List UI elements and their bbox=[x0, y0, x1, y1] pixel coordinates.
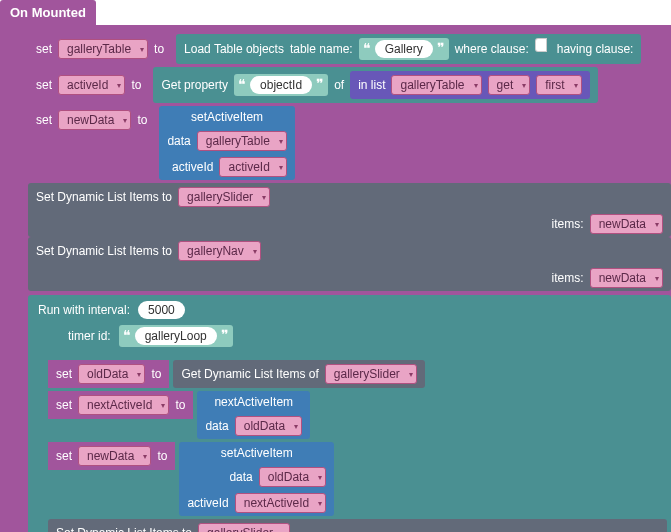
arg-data-value[interactable]: oldData bbox=[259, 467, 326, 487]
arg-data-value[interactable]: galleryTable bbox=[197, 131, 287, 151]
event-body: set galleryTable to Load Table objects t… bbox=[0, 25, 671, 532]
items-label: items: bbox=[552, 217, 584, 231]
block-canvas: On Mounted set galleryTable to Load Tabl… bbox=[0, 0, 671, 532]
set-block[interactable]: set newData to bbox=[48, 442, 175, 470]
set-dynamic-list-block[interactable]: Set Dynamic List Items to gallerySlider … bbox=[28, 183, 671, 237]
dyn-target[interactable]: galleryNav bbox=[178, 241, 261, 261]
get-dyn-label: Get Dynamic List Items of bbox=[181, 367, 318, 381]
get-property-block[interactable]: Get property ❝ objectId ❞ of in list gal… bbox=[153, 67, 597, 103]
quote-open-icon: ❝ bbox=[361, 42, 373, 56]
var-nextActiveId[interactable]: nextActiveId bbox=[78, 395, 169, 415]
arg-data-label: data bbox=[167, 134, 190, 148]
table-name-label: table name: bbox=[290, 42, 353, 56]
arg-activeId-value[interactable]: activeId bbox=[219, 157, 286, 177]
having-label: having clause: bbox=[557, 42, 634, 56]
quote-close-icon: ❞ bbox=[314, 78, 326, 92]
list-pos[interactable]: first bbox=[536, 75, 581, 95]
set-block[interactable]: set nextActiveId to bbox=[48, 391, 193, 419]
timer-id-value[interactable]: galleryLoop bbox=[135, 327, 217, 345]
arg-data-label: data bbox=[205, 419, 228, 433]
of-keyword: of bbox=[334, 78, 344, 92]
to-keyword: to bbox=[151, 367, 161, 381]
get-dyn-target[interactable]: gallerySlider bbox=[325, 364, 417, 384]
set-keyword: set bbox=[56, 449, 72, 463]
dyn-target[interactable]: gallerySlider bbox=[178, 187, 270, 207]
where-label: where clause: bbox=[455, 42, 529, 56]
arg-data-label: data bbox=[229, 470, 252, 484]
to-keyword: to bbox=[131, 78, 141, 92]
set-keyword: set bbox=[56, 367, 72, 381]
load-table-label: Load Table objects bbox=[184, 42, 284, 56]
var-oldData[interactable]: oldData bbox=[78, 364, 145, 384]
items-value[interactable]: newData bbox=[590, 214, 663, 234]
set-dyn-label: Set Dynamic List Items to bbox=[36, 244, 172, 258]
get-property-label: Get property bbox=[161, 78, 228, 92]
list-var[interactable]: galleryTable bbox=[391, 75, 481, 95]
var-newData[interactable]: newData bbox=[78, 446, 151, 466]
set-block[interactable]: set newData to bbox=[28, 106, 155, 134]
set-block[interactable]: set activeId to bbox=[28, 71, 149, 99]
set-block[interactable]: set oldData to bbox=[48, 360, 169, 388]
fn-name: setActiveItem bbox=[179, 442, 334, 464]
fn-setActiveItem[interactable]: setActiveItem data galleryTable activeId… bbox=[159, 106, 294, 180]
var-activeId[interactable]: activeId bbox=[58, 75, 125, 95]
arg-activeId-label: activeId bbox=[187, 496, 228, 510]
fn-setActiveItem[interactable]: setActiveItem data oldData activeId next… bbox=[179, 442, 334, 516]
property-name-value[interactable]: objectId bbox=[250, 76, 312, 94]
list-op[interactable]: get bbox=[488, 75, 531, 95]
set-dyn-label: Set Dynamic List Items to bbox=[36, 190, 172, 204]
where-slot[interactable] bbox=[535, 38, 547, 52]
set-keyword: set bbox=[36, 113, 52, 127]
var-galleryTable[interactable]: galleryTable bbox=[58, 39, 148, 59]
interval-value[interactable]: 5000 bbox=[138, 301, 185, 319]
set-keyword: set bbox=[36, 42, 52, 56]
arg-activeId-label: activeId bbox=[172, 160, 213, 174]
fn-name: setActiveItem bbox=[159, 106, 294, 128]
interval-label: Run with interval: bbox=[38, 303, 130, 317]
var-newData[interactable]: newData bbox=[58, 110, 131, 130]
fn-name: nextActiveItem bbox=[197, 391, 310, 413]
run-with-interval-block[interactable]: Run with interval: 5000 timer id: ❝ gall… bbox=[28, 295, 671, 532]
timer-id-slot[interactable]: ❝ galleryLoop ❞ bbox=[119, 325, 233, 347]
quote-close-icon: ❞ bbox=[435, 42, 447, 56]
to-keyword: to bbox=[157, 449, 167, 463]
get-dynamic-list-block[interactable]: Get Dynamic List Items of gallerySlider bbox=[173, 360, 424, 388]
to-keyword: to bbox=[137, 113, 147, 127]
to-keyword: to bbox=[154, 42, 164, 56]
load-table-block[interactable]: Load Table objects table name: ❝ Gallery… bbox=[176, 34, 641, 64]
property-name-slot[interactable]: ❝ objectId ❞ bbox=[234, 74, 328, 96]
quote-open-icon: ❝ bbox=[121, 329, 133, 343]
list-get-block[interactable]: in list galleryTable get first bbox=[350, 71, 589, 99]
to-keyword: to bbox=[175, 398, 185, 412]
fn-nextActiveItem[interactable]: nextActiveItem data oldData bbox=[197, 391, 310, 439]
quote-open-icon: ❝ bbox=[236, 78, 248, 92]
set-block[interactable]: set galleryTable to bbox=[28, 35, 172, 63]
items-label: items: bbox=[552, 271, 584, 285]
quote-close-icon: ❞ bbox=[219, 329, 231, 343]
arg-data-value[interactable]: oldData bbox=[235, 416, 302, 436]
set-dynamic-list-block[interactable]: Set Dynamic List Items to gallerySlider … bbox=[48, 519, 667, 532]
set-keyword: set bbox=[36, 78, 52, 92]
event-header[interactable]: On Mounted bbox=[0, 0, 96, 25]
in-list-keyword: in list bbox=[358, 78, 385, 92]
table-name-value[interactable]: Gallery bbox=[375, 40, 433, 58]
set-dynamic-list-block[interactable]: Set Dynamic List Items to galleryNav ite… bbox=[28, 237, 671, 291]
items-value[interactable]: newData bbox=[590, 268, 663, 288]
timer-id-label: timer id: bbox=[68, 329, 111, 343]
dyn-target[interactable]: gallerySlider bbox=[198, 523, 290, 532]
table-name-slot[interactable]: ❝ Gallery ❞ bbox=[359, 38, 449, 60]
set-dyn-label: Set Dynamic List Items to bbox=[56, 526, 192, 532]
arg-activeId-value[interactable]: nextActiveId bbox=[235, 493, 326, 513]
set-keyword: set bbox=[56, 398, 72, 412]
